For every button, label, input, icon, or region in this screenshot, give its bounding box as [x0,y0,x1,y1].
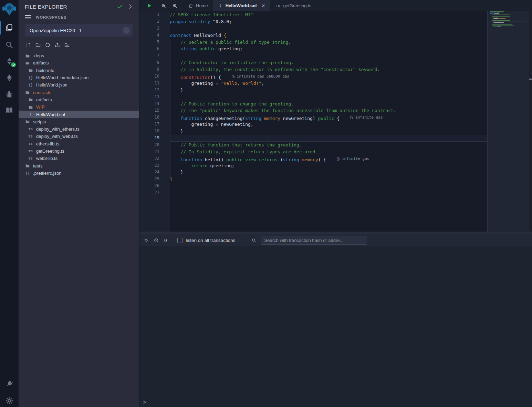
new-file-icon[interactable] [25,42,31,48]
workspace-select[interactable]: OpenZeppelin ERC20 - 1 [25,24,133,37]
minimap-token [492,27,492,28]
code-token: public [315,116,334,121]
upload-folder-icon[interactable] [64,42,70,48]
tab-label: Home [196,3,208,8]
braces-icon: {} [25,170,30,176]
sidebar-item-file-explorer[interactable] [0,20,19,36]
tree-item-label: artifacts [36,97,52,102]
overview-ruler[interactable] [529,11,532,232]
indent-guide [181,121,181,128]
tree-item-getgreeting-ts[interactable]: TSgetGreeting.ts [19,147,139,155]
code-line [170,25,487,32]
tree-item-artifacts[interactable]: artifacts [19,59,139,67]
minimap-column[interactable] [487,11,529,232]
github-icon[interactable] [45,42,51,48]
code-token: } [170,170,183,175]
code-line: contract HelloWorld { [170,32,487,39]
tab-label: HelloWorld.sol [226,3,257,8]
tree-item-helloworld-metadata-json[interactable]: {}HelloWorld_metadata.json [19,74,139,81]
sidebar-item-solidity-compiler[interactable] [0,53,19,69]
tab-helloworld-sol[interactable]: HelloWorld.sol [213,0,271,11]
tree-item-deploy-with-web3-ts[interactable]: TSdeploy_with_web3.ts [19,133,139,140]
tree-item-build-info[interactable]: build-info [19,67,139,74]
compile-success-badge [11,62,16,67]
zoom-in-button[interactable] [169,0,180,11]
minimap-token [509,26,511,26]
line-number: 21 [139,149,170,155]
transaction-count: 0 [164,238,167,243]
expand-terminal-icon[interactable] [144,238,149,243]
tab-home[interactable]: Home [183,0,213,11]
tree-item-ethers-lib-ts[interactable]: TSethers-lib.ts [19,140,139,147]
solidity-icon [28,112,33,117]
tree-item-label: tests [33,163,42,169]
minimap-token [505,22,508,22]
listen-transactions-checkbox[interactable] [177,238,182,243]
tree-item-deps[interactable]: .deps [19,52,139,59]
tree-item-deploy-with-ethers-ts[interactable]: TSdeploy_with_ethers.ts [19,125,139,133]
sidebar-item-deploy-and-run[interactable] [0,70,19,86]
tree-item-helloworld-json[interactable]: {}HelloWorld.json [19,81,139,89]
sidebar-item-settings[interactable] [0,393,19,407]
code-editor[interactable]: 1234567891011121314151617181920212223242… [139,11,532,232]
line-number: 17 [139,121,170,128]
minimap-token [492,19,492,19]
zoom-out-button[interactable] [158,0,169,11]
close-tab-icon[interactable] [261,3,265,8]
tree-item-tests[interactable]: tests [19,162,139,169]
new-folder-icon[interactable] [35,42,41,48]
code-line: pragma solidity ^0.8.0; [170,18,487,25]
line-number: 1 [139,11,170,18]
terminal-resize-handle[interactable] [139,232,532,234]
ethereum-icon [5,73,14,82]
terminal-search-input[interactable] [261,236,367,245]
remix-logo[interactable] [0,0,19,19]
saved-check-icon[interactable] [117,3,123,10]
indent-guide [181,80,181,87]
sidebar-item-learneth[interactable] [0,102,19,118]
sidebar-item-debugger[interactable] [0,87,19,102]
indent-guide [181,162,181,169]
code-token: // Constructor to initialize the greetin… [170,60,294,65]
clear-console-icon[interactable] [154,238,159,243]
line-number: 5 [139,39,170,46]
code-token: ; [261,81,264,86]
tree-item-contracts[interactable]: contracts [19,89,139,96]
line-number: 13 [139,94,170,101]
terminal-output[interactable]: > [139,246,532,407]
tree-item-prettierrc-json[interactable]: {}.prettierrc.json [19,170,139,177]
line-number: 26 [139,183,170,190]
ts-icon: TS [275,3,281,9]
minimap-token [498,15,502,15]
tree-item-helloworld-sol[interactable]: HelloWorld.sol [19,111,139,118]
terminal-search-icon[interactable] [251,238,257,243]
code-line [170,190,487,196]
gas-estimate: infinite gas [350,114,383,121]
minimap-line [490,29,529,30]
line-number: 23 [139,162,170,169]
tree-item-label: .prettierrc.json [33,171,61,176]
tab-getgreeting-ts[interactable]: TSgetGreeting.ts [270,0,316,11]
code-content[interactable]: // SPDX-License-Identifier: MITpragma so… [170,11,487,232]
line-number: 22 [139,155,170,162]
tree-item-label: WIP [36,104,45,110]
gas-estimate: infinite gas 368600 gas [231,73,289,80]
folder-icon [28,97,33,102]
ts-icon: TS [28,141,33,146]
line-number-gutter: 1234567891011121314151617181920212223242… [139,11,170,232]
folder-icon [25,53,30,59]
tree-item-label: HelloWorld.json [36,82,67,88]
tree-item-web3-lib-ts[interactable]: TSweb3-lib.ts [19,155,139,162]
sidebar-item-plugin-manager[interactable] [0,376,19,392]
tree-item-wip[interactable]: WIP [19,103,139,111]
ts-icon: TS [28,156,33,161]
chevron-right-icon[interactable] [127,3,133,10]
sidebar-item-search[interactable] [0,37,19,53]
tree-item-artifacts[interactable]: artifacts [19,96,139,103]
ts-icon: TS [28,126,33,132]
run-script-button[interactable] [144,0,155,11]
upload-file-icon[interactable] [54,42,60,48]
workspaces-menu-icon[interactable] [25,15,31,19]
tree-item-scripts[interactable]: scripts [19,118,139,125]
line-number: 11 [139,80,170,87]
